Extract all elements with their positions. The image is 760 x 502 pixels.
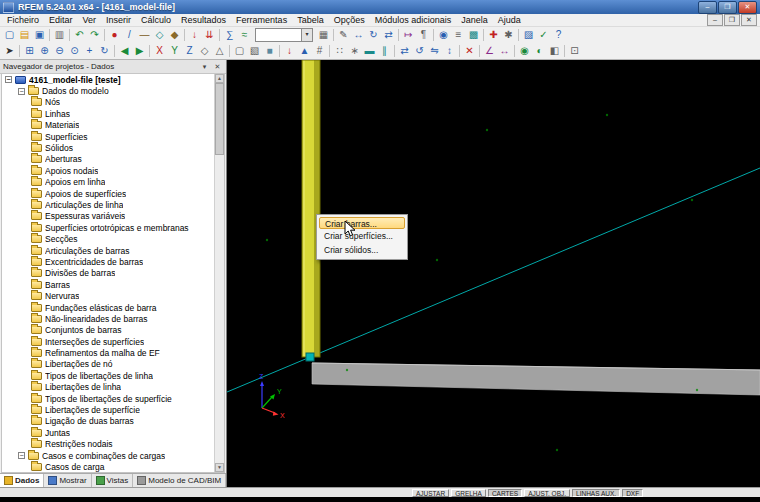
node-marker[interactable] <box>306 353 314 361</box>
move-copy-icon[interactable]: ⇄ <box>397 44 412 58</box>
pan-icon[interactable]: + <box>82 44 97 58</box>
calculate-icon[interactable]: ∑ <box>222 28 237 42</box>
status-toggle[interactable]: AJUST. OBJ. <box>524 489 570 497</box>
previous-view-icon[interactable]: ◀ <box>117 44 132 58</box>
tree-item[interactable]: Tipos de libertações de linha <box>2 370 224 381</box>
menu-item[interactable]: Janela <box>456 14 493 27</box>
settings-icon[interactable]: ✱ <box>501 28 516 42</box>
print-icon[interactable]: ▥ <box>52 28 67 42</box>
new-surface-icon[interactable]: ◇ <box>152 28 167 42</box>
tree-item[interactable]: Restrições nodais <box>2 439 224 450</box>
tree-item[interactable]: Excentricidades de barras <box>2 256 224 267</box>
context-menu-item[interactable]: Criar superfícies... <box>319 229 405 243</box>
snap-icon[interactable]: ∗ <box>347 44 362 58</box>
status-toggle[interactable]: DXF <box>622 489 643 497</box>
menu-item[interactable]: Ferramentas <box>231 14 292 27</box>
menu-item[interactable]: Ver <box>78 14 102 27</box>
tree-item[interactable]: Articulações de linha <box>2 199 224 210</box>
beam-member[interactable] <box>312 363 760 395</box>
scrollbar-thumb[interactable] <box>215 83 224 155</box>
new-solid-icon[interactable]: ◆ <box>167 28 182 42</box>
mdi-minimize-button[interactable]: – <box>707 14 723 26</box>
case-selector-combobox[interactable] <box>255 28 313 42</box>
tree-item[interactable]: Casos de carga <box>2 461 224 472</box>
menu-item[interactable]: Tabela <box>292 14 329 27</box>
menu-item[interactable]: Inserir <box>101 14 136 27</box>
perspective-view-icon[interactable]: △ <box>212 44 227 58</box>
fullscreen-icon[interactable]: ⊡ <box>567 44 582 58</box>
status-toggle[interactable]: LINHAS AUX. <box>572 489 620 497</box>
tree-item[interactable]: Superfícies ortotrópicas e membranas <box>2 222 224 233</box>
visibility-all-icon[interactable]: ◉ <box>517 44 532 58</box>
zoom-window-icon[interactable]: ⊞ <box>22 44 37 58</box>
tree-scrollbar[interactable] <box>214 74 224 472</box>
zoom-in-icon[interactable]: ⊕ <box>37 44 52 58</box>
tree-item[interactable]: Libertações de superfície <box>2 404 224 415</box>
tree-item[interactable]: Libertações de nó <box>2 359 224 370</box>
mdi-restore-button[interactable]: ❐ <box>724 14 740 26</box>
view-z-icon[interactable]: Z <box>182 44 197 58</box>
rotate-copy-icon[interactable]: ↺ <box>412 44 427 58</box>
zoom-all-icon[interactable]: ⊙ <box>67 44 82 58</box>
tree-item[interactable]: Nervuras <box>2 290 224 301</box>
tree-item[interactable]: Aberturas <box>2 154 224 165</box>
tables-icon[interactable]: ▦ <box>316 28 331 42</box>
hidden-line-icon[interactable]: ▧ <box>247 44 262 58</box>
tree-item[interactable]: Secções <box>2 233 224 244</box>
panel-tab[interactable]: Mostrar <box>44 474 91 487</box>
tree-item[interactable]: Espessuras variáveis <box>2 211 224 222</box>
panel-tab[interactable]: Vistas <box>92 474 134 487</box>
render-mode-icon[interactable]: ▩ <box>466 28 481 42</box>
solid-render-icon[interactable]: ■ <box>262 44 277 58</box>
tree-item[interactable]: 4161_model-file [teste] <box>2 74 224 85</box>
tree-item[interactable]: Linhas <box>2 108 224 119</box>
menu-item[interactable]: Módulos adicionais <box>370 14 457 27</box>
isometric-view-icon[interactable]: ◇ <box>197 44 212 58</box>
viewport-3d[interactable]: Z Y X Criar barras...Criar superfícies..… <box>227 60 760 487</box>
close-button[interactable]: ✕ <box>738 1 757 14</box>
tree-item[interactable]: Refinamentos da malha de EF <box>2 347 224 358</box>
layers-icon[interactable]: ≡ <box>451 28 466 42</box>
panel-tab[interactable]: Dados <box>0 474 44 487</box>
tree-item[interactable]: Nós <box>2 97 224 108</box>
new-node-icon[interactable]: ● <box>107 28 122 42</box>
collapse-icon[interactable] <box>18 88 25 95</box>
tree-item[interactable]: Apoios nodais <box>2 165 224 176</box>
collapse-icon[interactable] <box>18 452 25 459</box>
menu-item[interactable]: Opções <box>329 14 370 27</box>
tree-item[interactable]: Conjuntos de barras <box>2 325 224 336</box>
status-toggle[interactable]: CARTES <box>488 489 522 497</box>
context-menu-item[interactable]: Criar sólidos... <box>319 243 405 257</box>
menu-item[interactable]: Cálculo <box>136 14 176 27</box>
panel-tab[interactable]: Modelo de CAD/BIM <box>133 474 226 487</box>
visibility-icon[interactable]: ◉ <box>436 28 451 42</box>
open-file-icon[interactable]: ▤ <box>17 28 32 42</box>
tree-item[interactable]: Não-linearidades de barras <box>2 313 224 324</box>
dimension-icon[interactable]: ↦ <box>401 28 416 42</box>
pin-icon[interactable]: ▾ <box>199 63 210 71</box>
tree-item[interactable]: Interseções de superfícies <box>2 336 224 347</box>
measure-angle-icon[interactable]: ∠ <box>482 44 497 58</box>
tree-item[interactable]: Apoios de superfícies <box>2 188 224 199</box>
tree-item[interactable]: Articulações de barras <box>2 245 224 256</box>
show-loads-icon[interactable]: ↓ <box>282 44 297 58</box>
help-icon[interactable]: ? <box>551 28 566 42</box>
comment-icon[interactable]: ¶ <box>416 28 431 42</box>
partial-view-icon[interactable]: ◐ <box>532 44 547 58</box>
tree-item[interactable]: Dados do modelo <box>2 85 224 96</box>
tree-item[interactable]: Casos e combinações de cargas <box>2 450 224 461</box>
select-arrow-icon[interactable]: ➤ <box>2 44 17 58</box>
save-icon[interactable]: ▣ <box>32 28 47 42</box>
show-supports-icon[interactable]: ▲ <box>297 44 312 58</box>
tree-item[interactable]: Tipos de libertações de superfície <box>2 393 224 404</box>
status-toggle[interactable]: AJUSTAR <box>412 489 449 497</box>
add-module-icon[interactable]: ✚ <box>486 28 501 42</box>
new-file-icon[interactable]: ▢ <box>2 28 17 42</box>
column-member[interactable] <box>302 60 320 357</box>
work-plane-icon[interactable]: ▬ <box>362 44 377 58</box>
grid-icon[interactable]: ∷ <box>332 44 347 58</box>
guide-lines-icon[interactable]: ∥ <box>377 44 392 58</box>
clipping-plane-icon[interactable]: ◧ <box>547 44 562 58</box>
tree-item[interactable]: Sólidos <box>2 142 224 153</box>
show-numbering-icon[interactable]: # <box>312 44 327 58</box>
